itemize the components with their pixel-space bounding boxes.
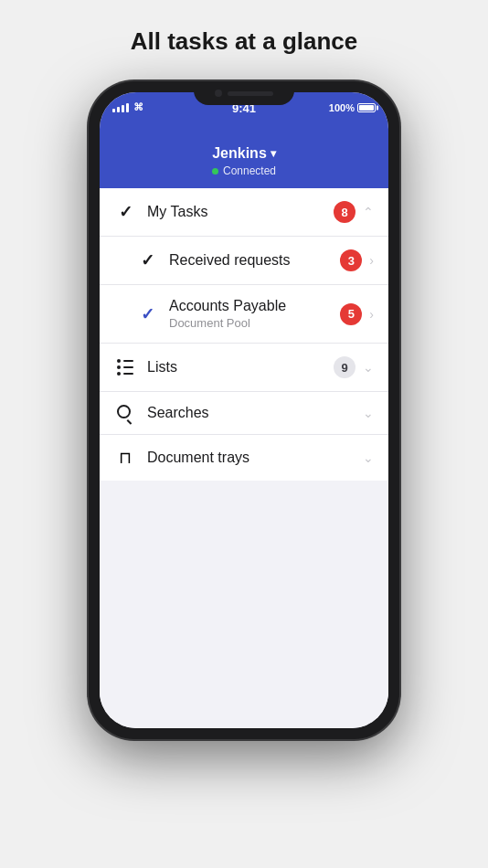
accounts-payable-item[interactable]: ✓ Accounts Payable Document Pool 5 › [100, 285, 388, 344]
check-blue-icon: ✓ [141, 304, 154, 324]
searches-right: ⌄ [363, 406, 374, 420]
lists-badge: 9 [334, 356, 355, 378]
accounts-payable-sublabel: Document Pool [169, 316, 340, 330]
document-trays-icon-container: ⊓ [114, 448, 136, 468]
menu-list: ✓ My Tasks 8 ⌃ ✓ Receive [100, 188, 388, 481]
received-requests-chevron-icon: › [369, 253, 374, 268]
lists-icon-container [114, 359, 136, 376]
document-trays-item[interactable]: ⊓ Document trays ⌄ [100, 435, 388, 481]
my-tasks-right: 8 ⌃ [334, 201, 374, 223]
received-requests-item[interactable]: ✓ Received requests 3 › [100, 237, 388, 285]
document-trays-label: Document trays [147, 450, 249, 465]
header-status: Connected [100, 164, 388, 177]
searches-item[interactable]: Searches ⌄ [100, 392, 388, 435]
empty-area [100, 481, 388, 728]
app-header: Jenkins ▾ Connected [100, 138, 388, 188]
lists-text: Lists [147, 359, 334, 376]
searches-chevron-icon: ⌄ [363, 406, 374, 420]
my-tasks-item[interactable]: ✓ My Tasks 8 ⌃ [100, 188, 388, 237]
document-trays-chevron-icon: ⌄ [363, 450, 374, 465]
speaker-pill [228, 91, 273, 96]
camera-notch [194, 81, 294, 105]
phone-shell: ⌘ 9:41 100% Jenkins ▾ [89, 81, 399, 739]
check-icon-2: ✓ [141, 250, 154, 270]
battery-icon [357, 103, 376, 112]
lists-chevron-icon: ⌄ [363, 360, 374, 375]
status-right: 100% [329, 102, 376, 113]
connection-status-dot [212, 168, 218, 175]
my-tasks-label: My Tasks [147, 204, 207, 219]
page-title: All tasks at a glance [131, 27, 358, 56]
lists-label: Lists [147, 359, 177, 375]
header-user-name: Jenkins [212, 145, 267, 162]
signal-bar-1 [112, 109, 115, 112]
signal-bar-2 [117, 107, 120, 112]
check-icon: ✓ [119, 202, 133, 222]
search-icon [117, 405, 133, 421]
accounts-payable-text: Accounts Payable Document Pool [169, 298, 340, 330]
my-tasks-icon: ✓ [114, 202, 136, 222]
accounts-payable-chevron-icon: › [369, 307, 374, 322]
lists-icon [117, 359, 133, 376]
battery-text: 100% [329, 102, 355, 113]
searches-text: Searches [147, 405, 363, 421]
header-title[interactable]: Jenkins ▾ [100, 145, 388, 162]
accounts-payable-right: 5 › [340, 303, 374, 325]
received-requests-label: Received requests [169, 252, 291, 268]
screen-content: Jenkins ▾ Connected ✓ My Tasks [100, 138, 388, 728]
received-requests-text: Received requests [169, 252, 340, 269]
lists-right: 9 ⌄ [334, 356, 374, 378]
document-trays-right: ⌄ [363, 450, 374, 465]
accounts-payable-badge: 5 [340, 303, 362, 325]
battery-fill [359, 105, 374, 111]
accounts-payable-icon: ✓ [136, 304, 158, 324]
searches-label: Searches [147, 405, 209, 420]
received-requests-badge: 3 [340, 249, 362, 271]
searches-icon-container [114, 405, 136, 421]
my-tasks-chevron-icon: ⌃ [363, 205, 374, 219]
my-tasks-text: My Tasks [147, 204, 334, 220]
screen: ⌘ 9:41 100% Jenkins ▾ [100, 92, 388, 728]
signal-icon [112, 103, 129, 112]
status-left: ⌘ [112, 101, 143, 113]
lists-item[interactable]: Lists 9 ⌄ [100, 344, 388, 392]
accounts-payable-label: Accounts Payable [169, 298, 340, 314]
signal-bar-3 [122, 105, 124, 112]
tray-icon: ⊓ [119, 448, 132, 468]
camera-dot [215, 90, 222, 97]
connection-status-label: Connected [223, 164, 276, 177]
my-tasks-badge: 8 [334, 201, 355, 223]
wifi-icon: ⌘ [133, 101, 143, 113]
received-requests-icon: ✓ [136, 250, 158, 270]
received-requests-right: 3 › [340, 249, 374, 271]
signal-bar-4 [126, 103, 129, 112]
document-trays-text: Document trays [147, 450, 363, 466]
header-chevron-icon: ▾ [271, 147, 276, 160]
